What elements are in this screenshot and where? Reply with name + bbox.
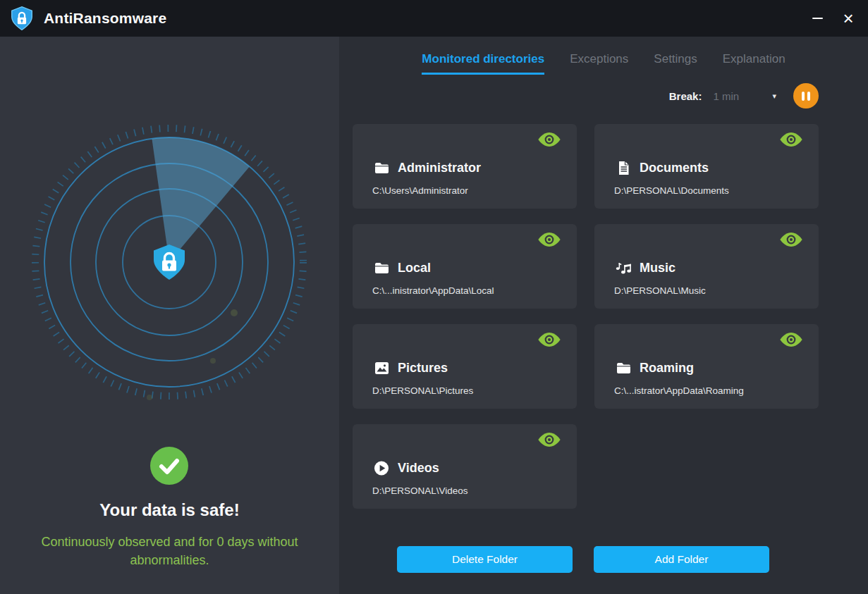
status-headline: Your data is safe!	[0, 500, 339, 520]
tab-exceptions[interactable]: Exceptions	[570, 52, 628, 75]
folder-name: Administrator	[398, 161, 481, 175]
folder-card[interactable]: Music D:\PERSONAL\Music	[594, 224, 819, 309]
folder-card[interactable]: Videos D:\PERSONAL\Videos	[353, 424, 577, 509]
pause-icon	[802, 92, 805, 101]
folder-path: D:\PERSONAL\Pictures	[372, 385, 560, 396]
tab-label: Explanation	[723, 52, 786, 66]
eye-monitoring-icon[interactable]	[537, 131, 561, 148]
eye-monitoring-icon[interactable]	[779, 131, 803, 148]
tab-monitored-directories[interactable]: Monitored directories	[422, 52, 544, 75]
break-label: Break:	[669, 90, 702, 102]
folder-name: Videos	[398, 461, 439, 476]
image-icon	[374, 360, 389, 376]
eye-monitoring-icon[interactable]	[537, 431, 561, 448]
folder-path: D:\PERSONAL\Documents	[614, 185, 802, 196]
folder-path: C:\...inistrator\AppData\Local	[372, 285, 560, 296]
tab-settings[interactable]: Settings	[654, 52, 697, 75]
chevron-down-icon[interactable]: ▾	[772, 92, 776, 101]
titlebar: AntiRansomware ×	[0, 0, 868, 37]
eye-monitoring-icon[interactable]	[537, 331, 561, 348]
delete-folder-button[interactable]: Delete Folder	[397, 546, 573, 573]
status-subtext: Continuously observed and for 0 days wit…	[0, 533, 339, 569]
folder-card[interactable]: Pictures D:\PERSONAL\Pictures	[353, 324, 577, 409]
radar-animation	[0, 65, 339, 459]
tab-explanation[interactable]: Explanation	[723, 52, 786, 75]
folder-path: D:\PERSONAL\Videos	[372, 485, 560, 496]
folder-name: Pictures	[398, 361, 448, 376]
play-icon	[374, 460, 389, 476]
tab-label: Monitored directories	[422, 52, 544, 66]
status-panel: Your data is safe! Continuously observed…	[0, 37, 339, 594]
folder-icon	[616, 360, 631, 376]
tab-label: Exceptions	[570, 52, 628, 66]
main-panel: Monitored directories Exceptions Setting…	[339, 37, 868, 594]
eye-monitoring-icon[interactable]	[779, 231, 803, 248]
folder-path: D:\PERSONAL\Music	[614, 285, 802, 296]
folder-name: Music	[640, 261, 676, 276]
monitored-folders-grid: Administrator C:\Users\Administrator Doc…	[353, 124, 819, 509]
folder-name: Documents	[640, 161, 709, 175]
folder-path: C:\...istrator\AppData\Roaming	[614, 385, 802, 396]
minimize-button[interactable]	[802, 0, 833, 37]
folder-card[interactable]: Local C:\...inistrator\AppData\Local	[353, 224, 577, 309]
minimize-icon	[812, 18, 823, 19]
radar-sweep	[152, 137, 249, 262]
folder-icon	[374, 160, 389, 175]
break-duration-select[interactable]: 1 min	[713, 90, 755, 102]
folder-name: Local	[398, 261, 431, 276]
shield-lock-icon	[154, 245, 185, 280]
folder-card[interactable]: Documents D:\PERSONAL\Documents	[594, 124, 819, 209]
tab-label: Settings	[654, 52, 697, 66]
break-control: Break: 1 min ▾	[669, 83, 819, 109]
eye-monitoring-icon[interactable]	[779, 331, 803, 348]
check-icon	[150, 447, 188, 485]
folder-path: C:\Users\Administrator	[372, 185, 560, 196]
app-shield-lock-icon	[11, 6, 34, 31]
folder-name: Roaming	[640, 361, 694, 376]
app-title: AntiRansomware	[44, 10, 166, 27]
document-icon	[616, 160, 631, 175]
folder-icon	[374, 260, 389, 276]
tab-bar: Monitored directories Exceptions Setting…	[339, 52, 868, 75]
eye-monitoring-icon[interactable]	[537, 231, 561, 248]
folder-card[interactable]: Roaming C:\...istrator\AppData\Roaming	[594, 324, 819, 409]
folder-card[interactable]: Administrator C:\Users\Administrator	[353, 124, 577, 209]
music-icon	[616, 260, 631, 276]
close-icon: ×	[843, 9, 853, 27]
pause-button[interactable]	[793, 83, 819, 109]
add-folder-button[interactable]: Add Folder	[594, 546, 769, 573]
close-button[interactable]: ×	[833, 0, 864, 37]
